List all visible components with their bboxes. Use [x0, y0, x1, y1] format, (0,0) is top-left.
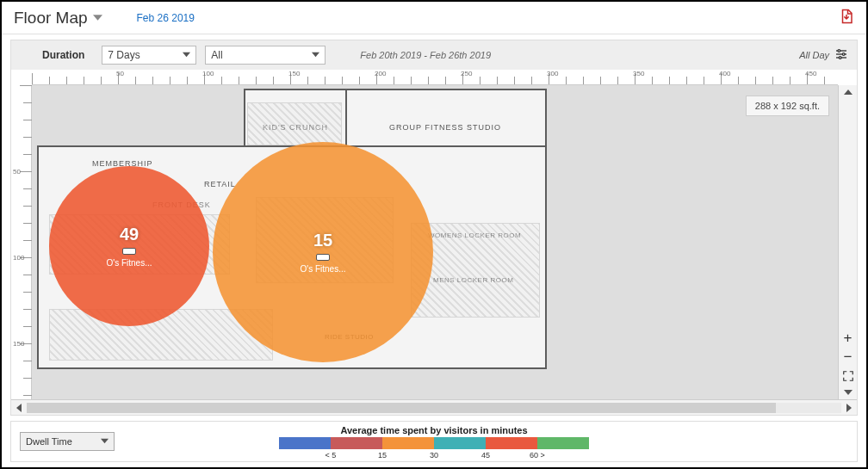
legend-block [279, 437, 331, 449]
scrollbar-track[interactable] [27, 403, 841, 413]
metric-select[interactable]: Dwell Time [20, 432, 115, 451]
map-panel: Duration 7 Days All Feb 20th 2019 - Feb … [10, 40, 858, 416]
duration-select-value: 7 Days [108, 49, 140, 61]
dwell-value: 15 [313, 231, 332, 250]
scroll-up-button[interactable] [839, 85, 857, 99]
map-dimensions-badge: 288 x 192 sq.ft. [746, 96, 829, 116]
filter-bar: Duration 7 Days All Feb 20th 2019 - Feb … [11, 40, 857, 70]
legend-tick: < 5 [326, 451, 337, 460]
map-area: 50100150200250300350400450 50100150 KID'… [11, 70, 857, 399]
horizontal-ruler: 50100150200250300350400450 [32, 70, 838, 85]
scroll-down-button[interactable] [839, 386, 857, 399]
selected-date-link[interactable]: Feb 26 2019 [137, 12, 195, 24]
filter-settings-icon[interactable] [834, 47, 848, 64]
legend-block: 45 [486, 437, 537, 449]
page-title: Floor Map [14, 9, 88, 28]
legend-footer: Dwell Time Average time spent by visitor… [10, 421, 858, 462]
date-range-text: Feb 20th 2019 - Feb 26th 2019 [360, 50, 491, 60]
ap-marker-icon [316, 254, 330, 261]
duration-select[interactable]: 7 Days [102, 46, 196, 65]
dwell-label: O's Fitnes... [300, 264, 345, 274]
scroll-left-button[interactable] [11, 400, 27, 416]
metric-select-value: Dwell Time [26, 436, 72, 447]
zoom-out-button[interactable]: − [839, 348, 858, 367]
legend-tick: 30 [430, 451, 438, 460]
scroll-right-button[interactable] [841, 400, 857, 416]
legend: Average time spent by visitors in minute… [279, 425, 589, 449]
horizontal-scrollbar[interactable] [11, 399, 857, 415]
fullscreen-button[interactable] [839, 367, 858, 386]
vertical-ruler: 50100150 [11, 85, 32, 399]
zoom-in-button[interactable]: + [839, 329, 858, 348]
svg-point-3 [838, 49, 840, 52]
allday-toggle[interactable]: All Day [799, 50, 829, 60]
legend-title: Average time spent by visitors in minute… [279, 425, 589, 435]
dwell-bubble-1[interactable]: 49 O's Fitnes... [49, 166, 209, 326]
label-retail: RETAIL [204, 180, 236, 188]
legend-block: 15 [382, 437, 434, 449]
scope-select[interactable]: All [205, 46, 326, 65]
title-dropdown-chevron-icon[interactable] [93, 10, 102, 26]
dwell-bubble-2[interactable]: 15 O's Fitnes... [213, 142, 433, 362]
legend-color-row: < 5 15 30 45 60 > [279, 437, 589, 449]
dwell-label: O's Fitnes... [106, 258, 152, 268]
svg-point-4 [842, 52, 845, 55]
ap-marker-icon [122, 248, 136, 255]
legend-tick: 60 > [530, 451, 545, 460]
legend-block: 60 > [537, 437, 589, 449]
legend-block: 30 [434, 437, 486, 449]
download-pdf-icon[interactable] [839, 9, 854, 28]
page-header: Floor Map Feb 26 2019 [2, 2, 866, 34]
chevron-down-icon [312, 49, 319, 61]
duration-label: Duration [42, 49, 84, 61]
map-control-strip: + − [838, 85, 857, 399]
svg-point-5 [839, 56, 841, 59]
chevron-down-icon [183, 49, 190, 61]
legend-tick: 15 [378, 451, 387, 460]
chevron-down-icon [101, 436, 108, 447]
scrollbar-thumb[interactable] [27, 403, 776, 413]
legend-block: < 5 [331, 437, 382, 449]
map-viewport[interactable]: KID'S CRUNCH GROUP FITNESS STUDIO MEMBER… [32, 85, 838, 399]
legend-tick: 45 [481, 451, 490, 460]
scope-select-value: All [211, 49, 222, 61]
dwell-value: 49 [120, 225, 139, 244]
